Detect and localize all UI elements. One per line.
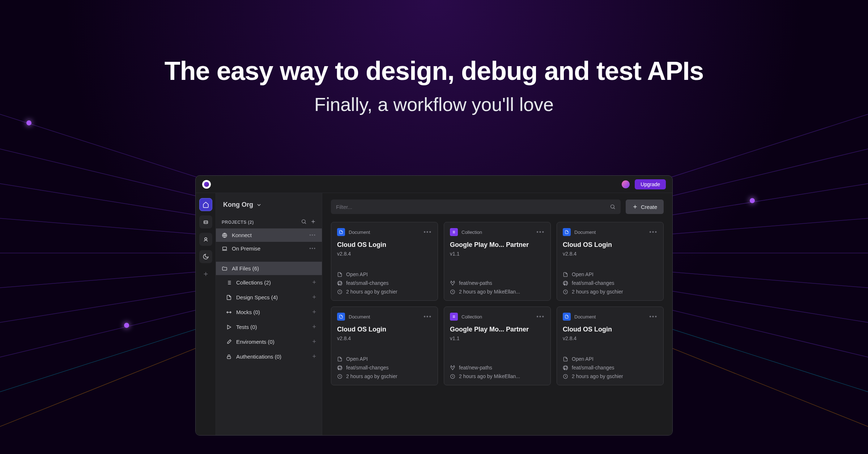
- document-icon: [563, 228, 571, 236]
- create-label: Create: [641, 204, 657, 210]
- section-add[interactable]: +: [312, 279, 316, 286]
- avatar[interactable]: [622, 180, 630, 188]
- sidebar-section-item[interactable]: Collections (2)+: [216, 275, 322, 290]
- clock-icon: [450, 374, 455, 379]
- card-title: Cloud OS Login: [563, 326, 658, 333]
- card-menu[interactable]: •••: [536, 313, 545, 320]
- sidebar-section-item[interactable]: Authentications (0)+: [216, 349, 322, 364]
- svg-rect-30: [227, 356, 230, 359]
- card-menu[interactable]: •••: [536, 229, 545, 235]
- rail-workspace[interactable]: [199, 233, 212, 246]
- sidebar-section-item[interactable]: Design Specs (4)+: [216, 290, 322, 305]
- card-menu[interactable]: •••: [649, 229, 658, 235]
- icon-rail: [196, 193, 216, 435]
- section-label: Design Specs (4): [236, 294, 278, 300]
- projects-header-label: PROJECTS (2): [222, 220, 254, 225]
- file-card[interactable]: Document ••• Cloud OS Login v2.8.4 Open …: [331, 222, 438, 301]
- svg-point-21: [124, 323, 129, 328]
- sidebar-all-files[interactable]: All Files (6): [216, 262, 322, 275]
- titlebar: Upgrade: [196, 176, 672, 193]
- app-logo-icon: [202, 180, 211, 189]
- card-menu[interactable]: •••: [424, 229, 432, 235]
- file-icon: [337, 272, 342, 277]
- projects-search[interactable]: [301, 219, 307, 226]
- card-version: v2.8.4: [337, 335, 432, 341]
- card-version: v2.8.4: [337, 251, 432, 257]
- section-label: Tests (0): [236, 324, 257, 330]
- sidebar-project-item[interactable]: On Premise•••: [216, 242, 322, 255]
- svg-point-22: [750, 198, 755, 203]
- section-label: Enviroments (0): [236, 339, 275, 345]
- sidebar: Kong Org PROJECTS (2) Konnect•••On Premi…: [216, 193, 322, 435]
- card-api-row: Open API: [563, 356, 658, 362]
- projects-header: PROJECTS (2): [216, 216, 322, 228]
- workspace-icon: [203, 236, 209, 243]
- file-card[interactable]: Collection ••• Google Play Mo... Partner…: [444, 222, 551, 301]
- card-api-row: Open API: [337, 356, 432, 362]
- card-time-row: 2 hours ago by gschier: [337, 289, 432, 295]
- file-card[interactable]: Document ••• Cloud OS Login v2.8.4 Open …: [557, 307, 664, 385]
- gitlab-icon: [450, 280, 455, 286]
- card-version: v1.1: [450, 335, 545, 341]
- section-add[interactable]: +: [312, 323, 316, 331]
- file-icon: [563, 356, 568, 362]
- section-add[interactable]: +: [312, 353, 316, 360]
- sidebar-section-item[interactable]: Enviroments (0)+: [216, 334, 322, 349]
- home-icon: [203, 201, 209, 208]
- rail-home[interactable]: [199, 198, 212, 211]
- file-icon: [337, 356, 342, 362]
- rail-bot[interactable]: [199, 215, 212, 228]
- card-type-label: Collection: [461, 230, 482, 235]
- card-api-row: Open API: [337, 271, 432, 277]
- github-icon: [563, 365, 568, 371]
- section-label: Mocks (0): [236, 309, 260, 315]
- github-icon: [563, 280, 568, 286]
- projects-add[interactable]: [310, 219, 316, 226]
- file-card[interactable]: Document ••• Cloud OS Login v2.8.4 Open …: [331, 307, 438, 385]
- sidebar-section-item[interactable]: Mocks (0)+: [216, 305, 322, 320]
- org-switcher[interactable]: Kong Org: [216, 199, 322, 216]
- card-type-label: Document: [349, 314, 370, 320]
- card-title: Cloud OS Login: [337, 241, 432, 249]
- file-icon: [226, 295, 232, 300]
- project-menu[interactable]: •••: [309, 233, 316, 238]
- sidebar-project-item[interactable]: Konnect•••: [216, 228, 322, 242]
- card-type-label: Collection: [461, 314, 482, 320]
- gitlab-icon: [450, 365, 455, 371]
- upgrade-button[interactable]: Upgrade: [635, 179, 666, 189]
- card-menu[interactable]: •••: [649, 313, 658, 320]
- clock-icon: [337, 374, 342, 379]
- rail-theme[interactable]: [199, 250, 212, 263]
- clock-icon: [337, 289, 342, 295]
- file-card[interactable]: Document ••• Cloud OS Login v2.8.4 Open …: [557, 222, 664, 301]
- section-label: Collections (2): [236, 279, 271, 286]
- card-time-row: 2 hours ago by gschier: [563, 289, 658, 295]
- lock-icon: [226, 354, 232, 360]
- project-name: Konnect: [232, 232, 252, 238]
- section-add[interactable]: +: [312, 294, 316, 301]
- document-icon: [337, 313, 345, 321]
- collection-icon: [450, 313, 458, 321]
- svg-point-24: [205, 222, 205, 223]
- card-title: Cloud OS Login: [337, 326, 432, 333]
- card-title: Cloud OS Login: [563, 241, 658, 249]
- svg-point-27: [302, 220, 305, 223]
- create-button[interactable]: Create: [626, 200, 664, 214]
- content-toolbar: Create: [331, 200, 664, 214]
- file-icon: [563, 272, 568, 277]
- all-files-label: All Files (6): [232, 265, 259, 271]
- section-add[interactable]: +: [312, 338, 316, 346]
- plus-icon: [310, 219, 316, 224]
- filter-input[interactable]: [336, 204, 610, 210]
- sidebar-section-item[interactable]: Tests (0)+: [216, 320, 322, 334]
- file-card[interactable]: Collection ••• Google Play Mo... Partner…: [444, 307, 551, 385]
- play-icon: [226, 324, 232, 330]
- rail-add[interactable]: [199, 267, 212, 280]
- moon-icon: [203, 253, 209, 260]
- section-add[interactable]: +: [312, 308, 316, 316]
- card-time-row: 2 hours ago by gschier: [337, 373, 432, 379]
- project-menu[interactable]: •••: [309, 246, 316, 251]
- card-api-row: Open API: [563, 271, 658, 277]
- card-menu[interactable]: •••: [424, 313, 432, 320]
- search-icon: [610, 204, 616, 210]
